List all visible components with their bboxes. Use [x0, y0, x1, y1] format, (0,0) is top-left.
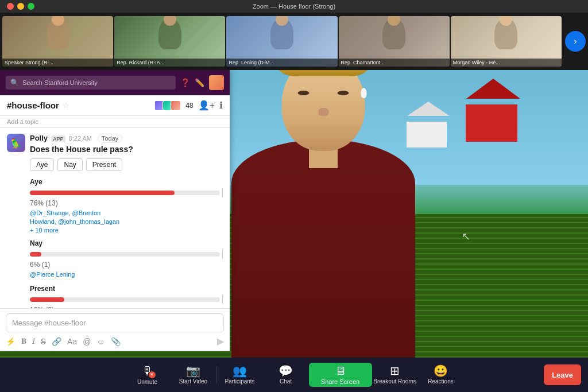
channel-actions: 48 👤+ ℹ: [157, 100, 223, 111]
send-button[interactable]: ▶: [217, 336, 224, 347]
channel-name: #house-floor: [7, 100, 59, 110]
breakout-rooms-button[interactable]: ⊞ Breakout Rooms: [372, 359, 418, 391]
help-icon[interactable]: ❓: [180, 78, 190, 87]
reactions-icon: 😀: [434, 365, 448, 377]
share-screen-label: Share Screen: [321, 378, 359, 385]
poll-section-nay: Nay 6% (1) @Pierce Lening: [30, 239, 223, 279]
participant-thumb[interactable]: Rep. Rickard (R-IA...: [114, 16, 225, 67]
present-button[interactable]: Present: [86, 158, 122, 171]
add-topic[interactable]: Add a topic: [0, 116, 230, 128]
start-video-button[interactable]: 📷 Start Video: [171, 359, 216, 391]
window-chrome: Zoom — House floor (Strong): [0, 0, 588, 13]
polly-meta: Polly APP 8:22 AM Today: [30, 134, 223, 143]
more-link[interactable]: + 10 more: [30, 227, 223, 234]
emoji-icon[interactable]: ☺: [96, 337, 105, 346]
poll-section-present: Present 18% (3) @Match_ah_, @chris_baynt…: [30, 285, 223, 308]
aye-names: @Dr_Strange, @BrentonHowland, @john_thom…: [30, 209, 223, 227]
present-bar-track: [30, 297, 220, 302]
slack-panel: 🔍 Search Stanford University ❓ ✏️ #house…: [0, 70, 230, 351]
reactions-button[interactable]: 😀 Reactions: [418, 359, 464, 391]
bar-divider: [222, 188, 223, 197]
polly-name: Polly: [30, 134, 48, 142]
speaker-head: [282, 70, 365, 151]
scroll-right-button[interactable]: ›: [565, 31, 586, 52]
speaker-figure: [223, 82, 424, 358]
member-count[interactable]: 48: [185, 102, 193, 110]
share-screen-button[interactable]: 🖥 Share Screen: [309, 363, 372, 387]
nay-button[interactable]: Nay: [57, 158, 82, 171]
strikethrough-icon[interactable]: S̶: [41, 337, 46, 346]
chat-messages: 🦜 Polly APP 8:22 AM Today Does the House…: [0, 128, 230, 308]
present-bar-container: [30, 295, 223, 304]
breakout-label: Breakout Rooms: [373, 378, 416, 385]
speaker-hair: [278, 70, 369, 76]
share-screen-icon: 🖥: [335, 365, 346, 377]
member-avatars: [157, 100, 181, 111]
speaker-shirt: [231, 139, 415, 358]
reactions-label: Reactions: [428, 378, 453, 385]
participants-icon: 👥: [233, 365, 247, 377]
zoom-container: Speaker Strong (R-... Rep. Rickard (R-IA…: [0, 13, 588, 392]
slack-search[interactable]: 🔍 Search Stanford University: [6, 76, 176, 90]
aye-pct: 76% (13): [30, 199, 223, 207]
participant-thumb[interactable]: Speaker Strong (R-...: [2, 16, 113, 67]
participant-label: Morgan Wiley - He...: [451, 59, 562, 67]
today-badge[interactable]: Today: [98, 134, 122, 143]
participant-label: Rep. Rickard (R-IA...: [114, 59, 225, 67]
channel-header: #house-floor ☆ 48 👤+ ℹ: [0, 95, 230, 116]
video-icon: 📷: [186, 365, 200, 377]
nay-bar-track: [30, 252, 220, 257]
star-icon[interactable]: ☆: [63, 101, 69, 110]
participant-label: Speaker Strong (R-...: [2, 59, 113, 67]
polly-avatar: 🦜: [7, 134, 25, 152]
text-icon[interactable]: 𝐁: [21, 336, 26, 346]
minimize-button[interactable]: [17, 3, 24, 10]
earbud: [361, 88, 367, 98]
poll-question: Does the House rule pass?: [30, 145, 223, 154]
person-avatar: [226, 16, 337, 52]
vote-buttons: Aye Nay Present: [30, 158, 223, 171]
maximize-button[interactable]: [28, 3, 34, 10]
message-input[interactable]: Message #house-floor: [6, 313, 224, 332]
breakout-icon: ⊞: [390, 365, 400, 377]
close-button[interactable]: [7, 3, 14, 10]
attach-icon[interactable]: 📎: [111, 337, 121, 346]
cursor-pointer: ↖: [462, 230, 470, 243]
traffic-lights: [7, 3, 34, 10]
polly-message: 🦜 Polly APP 8:22 AM Today Does the House…: [7, 134, 223, 308]
format-icon[interactable]: Aa: [67, 337, 77, 346]
lightning-icon[interactable]: ⚡: [6, 337, 16, 346]
add-member-button[interactable]: 👤+: [198, 100, 215, 111]
member-avatar: [171, 100, 181, 111]
user-avatar[interactable]: [209, 75, 224, 90]
participant-thumb[interactable]: Morgan Wiley - He...: [451, 16, 562, 67]
link-icon[interactable]: 🔗: [52, 337, 61, 346]
bottom-toolbar: 🎙 ✕ Unmute 📷 Start Video 👥 Participants …: [0, 358, 588, 392]
search-icon: 🔍: [10, 79, 19, 87]
italic-icon[interactable]: 𝘐: [32, 336, 35, 346]
message-input-area: Message #house-floor ⚡ 𝐁 𝘐 S̶ 🔗 Aa @ ☺ 📎…: [0, 308, 230, 351]
aye-bar-container: [30, 188, 223, 197]
info-button[interactable]: ℹ: [219, 100, 223, 111]
nay-bar-fill: [30, 252, 41, 257]
participants-label: Participants: [225, 378, 254, 385]
aye-bar-track: [30, 191, 220, 195]
nay-names: @Pierce Lening: [30, 270, 223, 279]
poll-section-aye: Aye 76% (13) @Dr_Strange, @BrentonHowlan…: [30, 178, 223, 234]
leave-button[interactable]: Leave: [544, 364, 581, 385]
unmute-icon-wrapper: 🎙 ✕: [142, 365, 153, 377]
participant-thumb[interactable]: Rep. Chamartont...: [339, 16, 450, 67]
compose-icon[interactable]: ✏️: [195, 78, 204, 87]
present-label: Present: [30, 285, 223, 293]
window-title: Zoom — House floor (Strong): [253, 3, 335, 10]
chat-button[interactable]: 💬 Chat: [263, 359, 309, 391]
aye-bar-fill: [30, 191, 175, 195]
participants-button[interactable]: 👥 Participants: [217, 359, 263, 391]
participant-label: Rep. Chamartont...: [339, 59, 450, 67]
aye-button[interactable]: Aye: [30, 158, 54, 171]
polly-content: Polly APP 8:22 AM Today Does the House r…: [30, 134, 223, 308]
mention-icon[interactable]: @: [83, 337, 91, 346]
slack-header: 🔍 Search Stanford University ❓ ✏️: [0, 70, 230, 95]
unmute-button[interactable]: 🎙 ✕ Unmute: [125, 359, 171, 391]
participant-thumb[interactable]: Rep. Lening (D-M...: [226, 16, 337, 67]
